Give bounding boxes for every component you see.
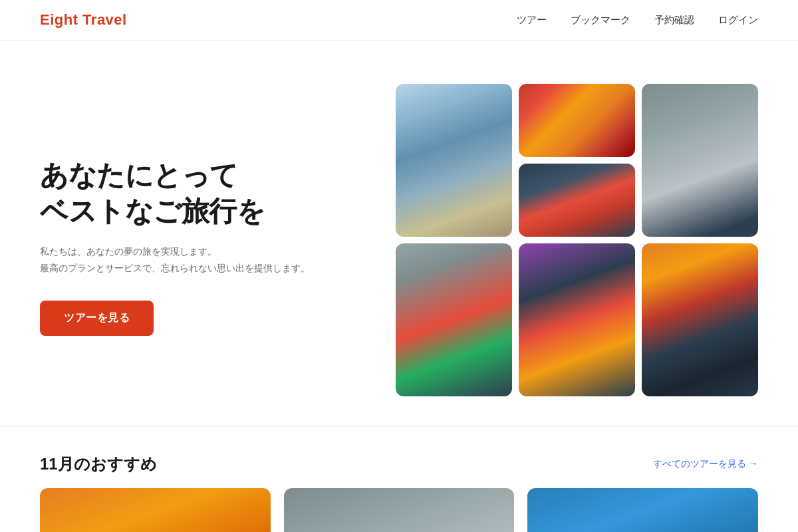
tour-card-3[interactable]: [527, 488, 758, 532]
main-nav: ツアー ブックマーク 予約確認 ログイン: [517, 14, 758, 27]
tour-card-1[interactable]: [40, 488, 271, 532]
image-london-bridge: [396, 84, 512, 237]
hero-subtitle: 私たちは、あなたの夢の旅を実現します。 最高のプランとサービスで、忘れられない思…: [40, 243, 369, 277]
image-festival: [396, 243, 512, 396]
nav-bookmark[interactable]: ブックマーク: [571, 14, 630, 27]
image-seattle: [642, 243, 758, 396]
header: Eight Travel ツアー ブックマーク 予約確認 ログイン: [0, 0, 798, 41]
image-asia-street: [519, 164, 635, 237]
tour-cards: [40, 488, 758, 532]
tour-card-2[interactable]: [284, 488, 515, 532]
nav-tour[interactable]: ツアー: [517, 14, 547, 27]
hero-section: あなたにとって ベストなご旅行を 私たちは、あなたの夢の旅を実現します。 最高の…: [0, 41, 798, 426]
nav-login[interactable]: ログイン: [718, 14, 758, 27]
hero-image-grid: [396, 70, 758, 396]
logo[interactable]: Eight Travel: [40, 11, 127, 29]
image-tuk-tuk: [642, 84, 758, 237]
recommended-header: 11月のおすすめ すべてのツアーを見る →: [40, 454, 758, 475]
image-china-lanterns: [519, 84, 635, 157]
hero-content: あなたにとって ベストなご旅行を 私たちは、あなたの夢の旅を実現します。 最高の…: [40, 131, 396, 336]
image-korea-neon: [519, 243, 635, 396]
recommended-title: 11月のおすすめ: [40, 454, 157, 475]
recommended-section: 11月のおすすめ すべてのツアーを見る →: [0, 426, 798, 532]
view-all-link[interactable]: すべてのツアーを見る →: [653, 458, 758, 470]
nav-reservation[interactable]: 予約確認: [654, 14, 694, 27]
hero-title: あなたにとって ベストなご旅行を: [40, 158, 369, 230]
cta-button[interactable]: ツアーを見る: [40, 301, 154, 336]
